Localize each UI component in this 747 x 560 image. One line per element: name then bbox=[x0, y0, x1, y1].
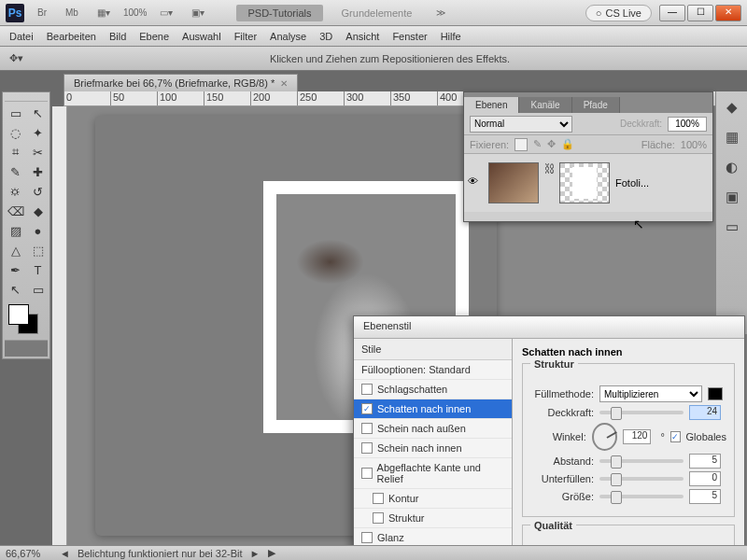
menu-bild[interactable]: Bild bbox=[109, 31, 126, 42]
angle-dial[interactable] bbox=[592, 423, 617, 451]
opacity-value[interactable]: 100% bbox=[668, 117, 707, 132]
opacity-input[interactable]: 24 bbox=[689, 405, 721, 420]
mask-link-icon[interactable]: ⛓ bbox=[544, 162, 554, 203]
tab-ebenen[interactable]: Ebenen bbox=[464, 97, 519, 113]
tab-pfade[interactable]: Pfade bbox=[572, 97, 620, 113]
menu-ebene[interactable]: Ebene bbox=[139, 31, 169, 42]
tool-wand[interactable]: ✦ bbox=[27, 123, 49, 142]
menu-3d[interactable]: 3D bbox=[319, 31, 332, 42]
angle-input[interactable]: 120 bbox=[623, 429, 652, 444]
swatches-panel-icon[interactable]: ◆ bbox=[722, 97, 742, 118]
color-swatches[interactable] bbox=[5, 304, 48, 336]
tool-path[interactable]: ✒ bbox=[5, 260, 26, 279]
layer-thumbnail[interactable] bbox=[488, 162, 539, 203]
tool-pen[interactable]: △ bbox=[5, 241, 26, 259]
masks-panel-icon[interactable]: ▣ bbox=[722, 187, 742, 207]
menu-datei[interactable]: Datei bbox=[9, 31, 34, 42]
style-item-4[interactable]: Abgeflachte Kante und Relief bbox=[354, 458, 512, 489]
minibridge-button[interactable]: Mb bbox=[60, 6, 84, 20]
tool-gradient[interactable]: ◆ bbox=[27, 202, 49, 220]
menu-analyse[interactable]: Analyse bbox=[270, 31, 306, 42]
style-item-6[interactable]: Struktur bbox=[354, 509, 512, 528]
menu-auswahl[interactable]: Auswahl bbox=[182, 31, 221, 42]
style-checkbox[interactable] bbox=[361, 442, 373, 454]
lock-move-icon[interactable]: ✥ bbox=[547, 138, 556, 150]
visibility-icon[interactable]: 👁 bbox=[468, 175, 483, 190]
mask-thumbnail[interactable] bbox=[559, 162, 610, 203]
tool-eyedropper[interactable]: ✎ bbox=[5, 162, 26, 181]
menu-fenster[interactable]: Fenster bbox=[392, 31, 427, 42]
document-tab[interactable]: Briefmarke bei 66,7% (Briefmarke, RGB/8)… bbox=[63, 74, 298, 91]
dialog-title[interactable]: Ebenenstil bbox=[354, 316, 744, 339]
arrange-icon[interactable]: ▭▾ bbox=[154, 6, 178, 20]
global-light-checkbox[interactable]: ✓ bbox=[670, 431, 681, 442]
tool-blur[interactable]: ▨ bbox=[5, 221, 26, 240]
style-item-0[interactable]: Schlagschatten bbox=[354, 380, 512, 399]
style-checkbox[interactable] bbox=[373, 493, 384, 504]
tool-dodge[interactable]: ● bbox=[27, 221, 49, 240]
opacity-slider[interactable] bbox=[599, 411, 684, 414]
style-checkbox[interactable]: ✓ bbox=[361, 403, 373, 414]
tool-shape[interactable]: T bbox=[27, 260, 49, 279]
distance-input[interactable]: 5 bbox=[689, 454, 721, 469]
layer-name[interactable]: Fotoli... bbox=[615, 177, 649, 189]
minimize-button[interactable]: — bbox=[659, 5, 685, 21]
styles-header[interactable]: Stile bbox=[354, 339, 512, 360]
tool-crop[interactable]: ⌗ bbox=[5, 143, 26, 161]
tool-type[interactable]: ⬚ bbox=[27, 241, 49, 259]
tab-kanaele[interactable]: Kanäle bbox=[519, 97, 571, 113]
layer-row[interactable]: 👁 ⛓ Fotoli... bbox=[464, 154, 712, 212]
style-checkbox[interactable] bbox=[361, 384, 373, 395]
style-checkbox[interactable] bbox=[361, 532, 373, 543]
zoom-field[interactable]: 66,67% bbox=[6, 548, 52, 559]
tool-lasso[interactable]: ◌ bbox=[5, 123, 26, 142]
style-checkbox[interactable] bbox=[361, 423, 373, 434]
toolbox-grip[interactable] bbox=[5, 94, 48, 102]
size-input[interactable]: 5 bbox=[689, 489, 721, 504]
menu-hilfe[interactable]: Hilfe bbox=[441, 31, 461, 42]
tool-brush[interactable]: ⛭ bbox=[5, 182, 26, 201]
maximize-button[interactable]: ☐ bbox=[687, 5, 713, 21]
screen-mode-icon[interactable]: ▣▾ bbox=[186, 6, 210, 20]
choke-input[interactable]: 0 bbox=[689, 471, 721, 486]
adjustments-panel-icon[interactable]: ◐ bbox=[722, 157, 742, 177]
history-panel-icon[interactable]: ▭ bbox=[722, 217, 742, 237]
tool-move[interactable]: ↖ bbox=[27, 104, 49, 122]
close-tab-icon[interactable]: ✕ bbox=[280, 78, 288, 89]
tool-eraser[interactable]: ⌫ bbox=[5, 202, 26, 220]
tool-marquee[interactable]: ▭ bbox=[5, 104, 26, 122]
fill-value[interactable]: 100% bbox=[681, 139, 707, 150]
menu-filter[interactable]: Filter bbox=[234, 31, 257, 42]
fill-options-item[interactable]: Füllooptionen: Standard bbox=[354, 360, 512, 380]
menu-ansicht[interactable]: Ansicht bbox=[345, 31, 379, 42]
tool-zoom[interactable]: ▭ bbox=[27, 280, 49, 299]
workspace-more-icon[interactable]: ≫ bbox=[430, 6, 451, 20]
move-tool-icon[interactable]: ✥▾ bbox=[9, 52, 23, 64]
style-item-5[interactable]: Kontur bbox=[354, 489, 512, 509]
tool-slice[interactable]: ✂ bbox=[27, 143, 49, 161]
status-menu-icon[interactable]: ▶ bbox=[268, 547, 275, 559]
style-item-3[interactable]: Schein nach innen bbox=[354, 439, 512, 458]
lock-all-icon[interactable]: 🔒 bbox=[561, 138, 574, 150]
foreground-color[interactable] bbox=[8, 304, 29, 325]
tool-hand[interactable]: ↖ bbox=[5, 280, 26, 299]
distance-slider[interactable] bbox=[599, 459, 684, 463]
choke-slider[interactable] bbox=[599, 477, 684, 481]
workspace-tab-psd-tutorials[interactable]: PSD-Tutorials bbox=[236, 5, 322, 21]
tool-stamp[interactable]: ↺ bbox=[27, 182, 49, 201]
menu-bearbeiten[interactable]: Bearbeiten bbox=[47, 31, 96, 42]
quickmask-toggle[interactable] bbox=[5, 340, 48, 357]
blend-mode-select[interactable]: Normal bbox=[470, 116, 572, 133]
style-checkbox[interactable] bbox=[373, 512, 384, 524]
status-next-icon[interactable]: ► bbox=[250, 548, 261, 559]
bridge-button[interactable]: Br bbox=[32, 6, 52, 20]
close-button[interactable]: ✕ bbox=[715, 5, 741, 21]
status-prev-icon[interactable]: ◄ bbox=[60, 548, 70, 559]
tool-heal[interactable]: ✚ bbox=[27, 162, 49, 181]
lock-transparency-icon[interactable] bbox=[514, 138, 528, 151]
fillmethod-select[interactable]: Multiplizieren bbox=[599, 385, 702, 402]
view-grid-icon[interactable]: ▦▾ bbox=[92, 6, 116, 20]
style-item-2[interactable]: Schein nach außen bbox=[354, 419, 512, 439]
ruler-vertical[interactable] bbox=[52, 106, 67, 545]
style-item-1[interactable]: ✓Schatten nach innen bbox=[354, 399, 512, 419]
